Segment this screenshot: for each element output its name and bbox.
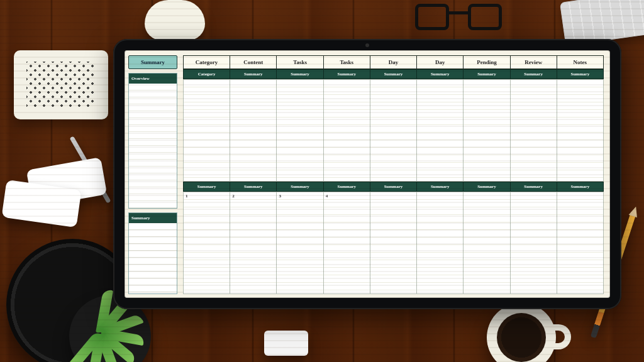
header-cell[interactable]: Day [370, 55, 417, 69]
day-number: 2 [232, 194, 235, 199]
sidebar: Summary Overview Summary [125, 50, 181, 298]
subheader-cell: Summary [463, 69, 510, 79]
subheader-cell: Summary [370, 69, 417, 79]
day-cell[interactable] [370, 192, 417, 294]
day-cell[interactable]: 3 [276, 192, 323, 294]
day-cell[interactable] [323, 79, 370, 182]
week-row [184, 79, 604, 182]
desk-scene: Summary Overview Summary Category Conten… [0, 0, 644, 362]
sidebar-lines-1[interactable] [129, 84, 177, 208]
subheader-cell: Summary [370, 182, 417, 192]
sidebar-block-1: Overview [128, 73, 177, 209]
subheader-cell: Summary [276, 182, 323, 192]
subheader-cell: Summary [510, 69, 557, 79]
day-cell[interactable] [370, 79, 417, 182]
keyboard-prop [560, 0, 644, 46]
day-cell[interactable]: 4 [323, 192, 370, 294]
watch-prop [6, 239, 138, 362]
subheader-cell: Category [183, 69, 230, 79]
header-cell[interactable]: Tasks [323, 55, 370, 69]
subheader-cell: Summary [416, 69, 464, 79]
day-cell[interactable] [557, 192, 604, 294]
sidebar-tab[interactable]: Summary [128, 55, 177, 69]
day-cell[interactable] [230, 79, 277, 182]
subheader-cell: Summary [183, 182, 230, 192]
tablet-camera [365, 43, 369, 47]
day-cell[interactable] [557, 79, 604, 182]
day-cell[interactable] [463, 79, 510, 182]
subheader-cell: Summary [416, 182, 464, 192]
coffee-mug-prop [487, 303, 556, 362]
sidebar-lines-2[interactable] [129, 223, 177, 293]
calendar-main: Category Content Tasks Tasks Day Day Pen… [181, 50, 610, 298]
header-cell[interactable]: Review [510, 55, 557, 69]
subheader-cell: Summary [510, 182, 557, 192]
week-row: 1 2 3 4 [184, 192, 604, 294]
day-cell[interactable] [510, 192, 557, 294]
pen-prop [69, 136, 111, 203]
subheader-row-2: Summary Summary Summary Summary Summary … [184, 182, 604, 192]
header-cell[interactable]: Day [416, 55, 464, 69]
calendar-grid: Summary Summary Summary Summary Summary … [184, 79, 604, 294]
subheader-cell: Summary [463, 182, 510, 192]
plant-prop [57, 270, 164, 362]
header-cell[interactable]: Pending [463, 55, 510, 69]
day-number: 1 [186, 194, 188, 199]
subheader-cell: Summary [557, 182, 604, 192]
subheader-cell: Summary [276, 69, 323, 79]
glasses-prop [411, 0, 506, 38]
day-cell[interactable] [416, 79, 464, 182]
card-stack-prop [4, 163, 111, 226]
sidebar-heading-1: Overview [129, 74, 177, 84]
sidebar-block-2: Summary [128, 212, 177, 294]
sidebar-heading-2: Summary [129, 213, 177, 223]
header-cell[interactable]: Category [183, 55, 230, 69]
day-cell[interactable] [276, 79, 323, 182]
header-cell[interactable]: Notes [557, 55, 604, 69]
header-cell[interactable]: Content [230, 55, 277, 69]
day-number: 3 [279, 194, 281, 199]
day-number: 4 [326, 194, 328, 199]
subheader-cell: Summary [230, 69, 277, 79]
header-row: Category Content Tasks Tasks Day Day Pen… [184, 55, 604, 69]
day-cell[interactable] [183, 79, 230, 182]
mini-calendar-card [14, 50, 108, 119]
day-cell[interactable]: 1 [183, 192, 230, 294]
header-cell[interactable]: Tasks [276, 55, 323, 69]
day-cell[interactable]: 2 [230, 192, 277, 294]
tablet-device: Summary Overview Summary Category Conten… [113, 39, 621, 309]
subheader-cell: Summary [323, 69, 370, 79]
planner-app: Summary Overview Summary Category Conten… [125, 50, 610, 298]
subheader-row-1: Category Summary Summary Summary Summary… [184, 69, 604, 79]
pencil-prop [591, 211, 636, 339]
day-cell[interactable] [416, 192, 464, 294]
eraser-prop [264, 331, 308, 356]
subheader-cell: Summary [323, 182, 370, 192]
subheader-cell: Summary [230, 182, 277, 192]
subheader-cell: Summary [557, 69, 604, 79]
day-cell[interactable] [463, 192, 510, 294]
mouse-prop [145, 0, 205, 40]
day-cell[interactable] [510, 79, 557, 182]
